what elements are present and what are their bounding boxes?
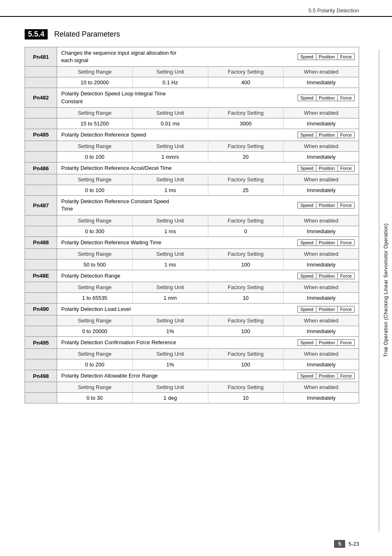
param-entry-pn488: Pn488Polarity Detection Reference Waitin…	[25, 236, 359, 270]
badge-position: Position	[316, 165, 338, 171]
param-entry-pn482: Pn482Polarity Detection Speed Loop Integ…	[25, 88, 359, 129]
col-header-1: Setting Unit	[133, 249, 208, 259]
param-badges: SpeedPositionForce	[297, 239, 355, 246]
page-header: 5.5 Polarity Detection	[0, 0, 392, 17]
col-header-2: Factory Setting	[208, 249, 284, 259]
col-header-2: Factory Setting	[208, 174, 284, 185]
param-id-pn487: Pn487	[25, 196, 57, 215]
col-header-1: Setting Unit	[133, 108, 208, 118]
badge-force: Force	[338, 53, 355, 60]
sidebar-text: Trial Operation (Checking Linear Servomo…	[383, 223, 389, 357]
param-desc-pn490: Polarity Detection Load LevelSpeedPositi…	[57, 303, 359, 315]
col-header-1: Setting Unit	[133, 141, 208, 151]
col-header-2: Factory Setting	[208, 282, 284, 292]
param-entry-pn486: Pn486Polarity Detection Reference Accel/…	[25, 162, 359, 196]
header-text: 5.5 Polarity Detection	[308, 7, 359, 14]
param-id-pn488: Pn488	[25, 237, 57, 248]
badge-speed: Speed	[297, 306, 316, 313]
badge-position: Position	[316, 53, 338, 60]
param-desc-pn486: Polarity Detection Reference Accel/Decel…	[57, 162, 359, 174]
param-entry-pn481: Pn481Changes the sequence input signal a…	[25, 47, 359, 88]
col-val-1: 1%	[133, 359, 208, 370]
param-entry-pn490: Pn490Polarity Detection Load LevelSpeedP…	[25, 303, 359, 337]
col-header-0: Setting Range	[57, 108, 133, 118]
col-header-2: Factory Setting	[208, 382, 284, 392]
col-val-2: 0	[208, 226, 284, 236]
param-desc-text: Polarity Detection Reference Speed	[61, 131, 293, 139]
badge-force: Force	[338, 95, 355, 101]
param-badges: SpeedPositionForce	[297, 373, 355, 379]
param-badges: SpeedPositionForce	[297, 132, 355, 138]
badge-position: Position	[316, 339, 338, 346]
col-header-0: Setting Range	[57, 315, 133, 326]
col-val-2: 10	[208, 293, 284, 303]
col-val-2: 3000	[208, 118, 284, 129]
param-id-pn486: Pn486	[25, 162, 57, 174]
param-desc-pn481: Changes the sequence input signal alloca…	[57, 47, 359, 66]
badge-force: Force	[338, 202, 355, 208]
col-val-0: 10 to 20000	[57, 77, 133, 88]
col-header-3: When enabled	[284, 108, 359, 118]
col-val-0: 50 to 500	[57, 259, 133, 270]
col-val-2: 20	[208, 152, 284, 162]
col-header-2: Factory Setting	[208, 315, 284, 326]
badge-position: Position	[316, 373, 338, 379]
param-desc-text: Polarity Detection Reference Waiting Tim…	[61, 239, 293, 246]
col-header-2: Factory Setting	[208, 108, 284, 118]
col-val-1: 1 mm	[133, 293, 208, 303]
right-sidebar: Trial Operation (Checking Linear Servomo…	[379, 49, 392, 531]
badge-position: Position	[316, 306, 338, 313]
col-header-0: Setting Range	[57, 67, 133, 77]
param-id-pn485: Pn485	[25, 129, 57, 141]
param-desc-text: Polarity Detection Allowable Error Range	[61, 372, 293, 380]
col-header-3: When enabled	[284, 382, 359, 392]
badge-force: Force	[338, 132, 355, 138]
col-val-0: 0 to 30	[57, 393, 133, 403]
param-badges: SpeedPositionForce	[297, 165, 355, 171]
col-val-1: 0.1 Hz	[133, 77, 208, 88]
col-val-3: Immediately	[284, 77, 359, 88]
col-header-1: Setting Unit	[133, 67, 208, 77]
badge-force: Force	[338, 165, 355, 171]
badge-speed: Speed	[297, 339, 316, 346]
col-header-3: When enabled	[284, 249, 359, 259]
col-val-3: Immediately	[284, 359, 359, 370]
col-val-0: 0 to 20000	[57, 326, 133, 336]
param-desc-pn488: Polarity Detection Reference Waiting Tim…	[57, 237, 359, 248]
col-header-3: When enabled	[284, 315, 359, 326]
badge-speed: Speed	[297, 373, 316, 379]
col-header-1: Setting Unit	[133, 349, 208, 359]
section-title: 5.5.4 Related Parameters	[25, 29, 359, 39]
col-header-3: When enabled	[284, 67, 359, 77]
section-number: 5.5.4	[25, 29, 48, 39]
badge-speed: Speed	[297, 95, 316, 101]
badge-position: Position	[316, 202, 338, 208]
badge-position: Position	[316, 273, 338, 279]
col-header-2: Factory Setting	[208, 215, 284, 226]
badge-speed: Speed	[297, 132, 316, 138]
param-id-pn481: Pn481	[25, 47, 57, 66]
param-desc-pn48e: Polarity Detection RangeSpeedPositionFor…	[57, 270, 359, 282]
param-badges: SpeedPositionForce	[297, 95, 355, 101]
col-val-2: 400	[208, 77, 284, 88]
param-desc-text: Polarity Detection Speed Loop Integral T…	[61, 90, 293, 105]
col-val-0: 1 to 65535	[57, 293, 133, 303]
col-val-3: Immediately	[284, 226, 359, 236]
param-desc-pn487: Polarity Detection Reference Constant Sp…	[57, 196, 359, 215]
col-val-3: Immediately	[284, 393, 359, 403]
col-header-2: Factory Setting	[208, 67, 284, 77]
badge-force: Force	[338, 273, 355, 279]
param-badges: SpeedPositionForce	[297, 273, 355, 279]
col-header-3: When enabled	[284, 215, 359, 226]
col-val-0: 0 to 100	[57, 185, 133, 195]
param-id-pn482: Pn482	[25, 88, 57, 107]
col-val-3: Immediately	[284, 326, 359, 336]
param-entry-pn48e: Pn48EPolarity Detection RangeSpeedPositi…	[25, 270, 359, 303]
badge-speed: Speed	[297, 239, 316, 246]
param-badges: SpeedPositionForce	[297, 339, 355, 346]
badge-force: Force	[338, 373, 355, 379]
col-header-0: Setting Range	[57, 174, 133, 185]
badge-force: Force	[338, 339, 355, 346]
col-header-0: Setting Range	[57, 349, 133, 359]
param-id-pn498: Pn498	[25, 370, 57, 382]
